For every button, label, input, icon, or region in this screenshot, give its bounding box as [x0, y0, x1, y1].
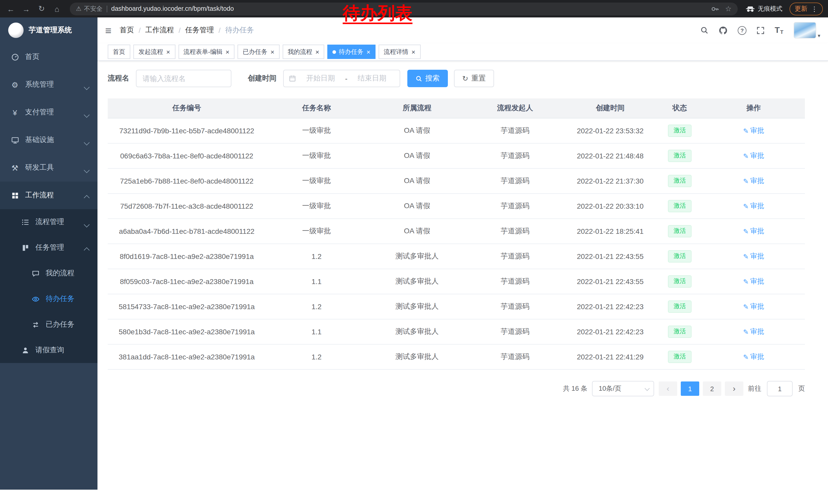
tab-label: 我的流程	[288, 47, 313, 56]
tab-home[interactable]: 首页	[108, 45, 130, 59]
sidebar: 芋道管理系统 首页 ⚙ 系统管理 ¥ 支付管理	[0, 17, 97, 490]
filter-bar: 流程名 创建时间 开始日期 - 结束日期	[108, 70, 805, 87]
approve-label: 审批	[750, 126, 764, 135]
cell-initiator: 芋道源码	[467, 193, 563, 219]
close-icon[interactable]: ×	[271, 48, 274, 55]
approve-link[interactable]: ✎审批	[743, 277, 764, 286]
address-bar[interactable]: ⚠ 不安全 dashboard.yudao.iocoder.cn/bpm/tas…	[70, 2, 738, 15]
approve-link[interactable]: ✎审批	[743, 352, 764, 362]
breadcrumb-home[interactable]: 首页	[120, 26, 134, 35]
cell-process: OA 请假	[367, 118, 467, 143]
close-icon[interactable]: ×	[367, 48, 370, 55]
prev-page-button[interactable]: ‹	[659, 381, 677, 396]
sidebar-item-todo-tasks[interactable]: 待办任务	[0, 286, 97, 312]
sidebar-item-home[interactable]: 首页	[0, 43, 97, 71]
approve-link[interactable]: ✎审批	[743, 227, 764, 236]
tab-my-process[interactable]: 我的流程 ×	[283, 45, 325, 59]
update-chip[interactable]: 更新 ⋮	[790, 2, 823, 15]
close-icon[interactable]: ×	[166, 48, 170, 55]
app-logo[interactable]: 芋道管理系统	[0, 17, 97, 43]
goto-label: 前往	[748, 384, 761, 393]
page-button-1[interactable]: 1	[681, 381, 699, 396]
cell-action: ✎审批	[702, 118, 805, 143]
reset-button[interactable]: ↻ 重置	[454, 70, 494, 87]
github-icon[interactable]	[719, 26, 728, 35]
security-status[interactable]: ⚠ 不安全	[76, 4, 102, 13]
goto-page-input[interactable]	[767, 381, 793, 396]
page-button-2[interactable]: 2	[703, 381, 721, 396]
gear-icon: ⚙	[10, 81, 19, 88]
table-row: 725a1eb6-7b88-11ec-8ef0-acde48001122 一级审…	[108, 169, 805, 193]
approve-link[interactable]: ✎审批	[743, 201, 764, 211]
cell-status: 激活	[657, 319, 702, 344]
cell-task-id: 069c6a63-7b8a-11ec-8ef0-acde48001122	[108, 143, 266, 169]
cell-process: 测试多审批人	[367, 244, 467, 269]
sidebar-item-done-tasks[interactable]: 已办任务	[0, 312, 97, 337]
date-range-picker[interactable]: 开始日期 - 结束日期	[283, 70, 400, 87]
user-menu[interactable]: ▾	[794, 22, 820, 39]
menu-dots-icon[interactable]: ⋮	[811, 5, 818, 12]
search-icon[interactable]	[700, 26, 708, 34]
app-navbar: ≡ 首页 / 工作流程 / 任务管理 / 待办任务	[97, 17, 828, 43]
approve-link[interactable]: ✎审批	[743, 176, 764, 186]
tab-process-form-edit[interactable]: 流程表单-编辑 ×	[178, 45, 235, 59]
approve-link[interactable]: ✎审批	[743, 252, 764, 261]
approve-link[interactable]: ✎审批	[743, 126, 764, 135]
tab-done-tasks[interactable]: 已办任务 ×	[238, 45, 279, 59]
status-badge: 激活	[668, 125, 692, 137]
cell-created: 2022-01-21 22:43:55	[563, 269, 657, 294]
create-time-label: 创建时间	[248, 74, 277, 83]
close-icon[interactable]: ×	[225, 48, 229, 55]
process-name-label: 流程名	[108, 74, 129, 83]
forward-icon[interactable]: →	[19, 2, 33, 15]
update-label: 更新	[795, 4, 808, 13]
home-icon[interactable]: ⌂	[50, 2, 64, 15]
table-row: 381aa1dd-7ac8-11ec-a9e2-a2380e71991a 1.2…	[108, 344, 805, 369]
calendar-icon	[289, 75, 296, 82]
breadcrumb-task-management[interactable]: 任务管理	[185, 26, 214, 35]
breadcrumb-workflow[interactable]: 工作流程	[145, 26, 174, 35]
incognito-icon	[746, 5, 755, 12]
cell-status: 激活	[657, 143, 702, 169]
edit-icon: ✎	[743, 303, 749, 310]
sidebar-item-my-process[interactable]: 我的流程	[0, 261, 97, 286]
tab-start-process[interactable]: 发起流程 ×	[133, 45, 175, 59]
search-button[interactable]: 搜索	[407, 70, 448, 87]
bookmark-star-icon[interactable]: ☆	[725, 5, 732, 13]
chevron-down-icon	[645, 385, 650, 391]
table-row: 8f0d1619-7ac8-11ec-a9e2-a2380e71991a 1.2…	[108, 244, 805, 269]
tab-process-detail[interactable]: 流程详情 ×	[379, 45, 420, 59]
page-size-select[interactable]: 10条/页	[592, 381, 654, 396]
sidebar-item-workflow[interactable]: 工作流程	[0, 182, 97, 209]
fullscreen-icon[interactable]	[757, 27, 764, 34]
column-header: 创建时间	[563, 98, 657, 118]
help-icon[interactable]: ?	[738, 26, 746, 35]
column-header: 任务名称	[266, 98, 367, 118]
sidebar-item-payment[interactable]: ¥ 支付管理	[0, 98, 97, 126]
sidebar-item-system[interactable]: ⚙ 系统管理	[0, 71, 97, 98]
close-icon[interactable]: ×	[411, 48, 415, 55]
approve-link[interactable]: ✎审批	[743, 302, 764, 311]
next-page-button[interactable]: ›	[725, 381, 743, 396]
chevron-down-icon	[85, 138, 89, 146]
sidebar-item-leave-query[interactable]: 请假查询	[0, 337, 97, 363]
approve-link[interactable]: ✎审批	[743, 327, 764, 336]
sidebar-item-label: 请假查询	[35, 346, 64, 355]
sidebar-item-infrastructure[interactable]: 基础设施	[0, 126, 97, 154]
approve-link[interactable]: ✎审批	[743, 151, 764, 161]
hamburger-icon[interactable]: ≡	[105, 25, 112, 36]
sidebar-item-process-management[interactable]: 流程管理	[0, 209, 97, 235]
close-icon[interactable]: ×	[316, 48, 319, 55]
tab-todo-tasks[interactable]: 待办任务 ×	[328, 45, 376, 59]
sidebar-item-devtools[interactable]: ⚒ 研发工具	[0, 154, 97, 182]
back-icon[interactable]: ←	[4, 2, 17, 15]
cell-status: 激活	[657, 344, 702, 369]
cell-task-id: 381aa1dd-7ac8-11ec-a9e2-a2380e71991a	[108, 344, 266, 369]
font-size-icon[interactable]: TT	[775, 26, 783, 35]
avatar[interactable]	[794, 22, 816, 39]
process-name-input[interactable]	[136, 70, 232, 87]
cell-action: ✎审批	[702, 344, 805, 369]
sidebar-item-task-management[interactable]: 任务管理	[0, 235, 97, 261]
key-icon[interactable]	[711, 5, 719, 12]
refresh-icon[interactable]: ↻	[35, 2, 48, 15]
